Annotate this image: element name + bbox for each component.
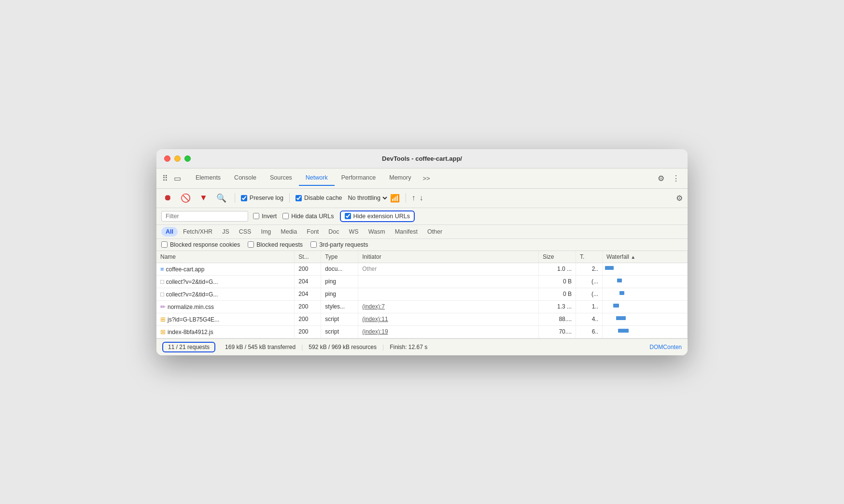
invert-checkbox[interactable] [253, 213, 259, 219]
type-filter-all[interactable]: All [161, 227, 178, 237]
tab-performance[interactable]: Performance [335, 170, 383, 186]
blocked-filter-row: Blocked response cookies Blocked request… [156, 239, 688, 251]
table-row[interactable]: ✏normalize.min.css200styles...(index):71… [156, 300, 688, 313]
type-filter-media[interactable]: Media [276, 227, 301, 237]
col-header-name[interactable]: Name [156, 251, 295, 263]
titlebar: DevTools - coffee-cart.app/ [156, 149, 688, 168]
type-filter-fetch[interactable]: Fetch/XHR [179, 227, 217, 237]
more-tabs-button[interactable]: >> [419, 171, 434, 186]
close-button[interactable] [164, 155, 170, 162]
cell-type: ping [321, 275, 358, 288]
table-row[interactable]: ≡coffee-cart.app200docu...Other1.0 ...2.… [156, 263, 688, 275]
tab-console[interactable]: Console [227, 170, 263, 186]
record-button[interactable]: ⏺ [161, 192, 174, 204]
network-table: Name St... Type Initiator Size T. Waterf… [156, 251, 688, 338]
cell-name: ≡coffee-cart.app [156, 263, 295, 275]
filter-button[interactable]: ▼ [197, 192, 210, 204]
cell-type: ping [321, 288, 358, 300]
type-filter-manifest[interactable]: Manifest [391, 227, 422, 237]
third-party-checkbox[interactable] [310, 241, 317, 248]
col-header-size[interactable]: Size [539, 251, 576, 263]
minimize-button[interactable] [174, 155, 181, 162]
cell-initiator[interactable]: (index):19 [358, 325, 539, 338]
cell-size: 1.3 ... [539, 300, 576, 313]
statusbar: 11 / 21 requests 169 kB / 545 kB transfe… [156, 338, 688, 355]
table-row[interactable]: ⊞js?id=G-LB75G4E...200script(index):1188… [156, 313, 688, 325]
preserve-log-checkbox[interactable] [241, 195, 247, 201]
blocked-requests-checkbox[interactable] [248, 241, 254, 248]
hide-data-urls-group[interactable]: Hide data URLs [282, 213, 334, 220]
disable-cache-checkbox[interactable] [295, 195, 302, 201]
cell-status: 200 [295, 300, 321, 313]
type-filter-img[interactable]: Img [256, 227, 275, 237]
requests-count: 11 / 21 requests [162, 342, 215, 352]
cell-type: script [321, 313, 358, 325]
window-title: DevTools - coffee-cart.app/ [382, 155, 462, 162]
cell-waterfall [603, 300, 688, 313]
separator-3 [406, 193, 406, 203]
cell-size: 88.... [539, 313, 576, 325]
network-toolbar: ⏺ 🚫 ▼ 🔍 Preserve log Disable cache No th… [156, 189, 688, 208]
network-table-wrapper: Name St... Type Initiator Size T. Waterf… [156, 251, 688, 338]
col-header-waterfall[interactable]: Waterfall ▲ [603, 251, 688, 263]
type-filter-other[interactable]: Other [423, 227, 447, 237]
resources-stat: 592 kB / 969 kB resources [309, 344, 377, 350]
table-row[interactable]: □collect?v=2&tid=G...204ping0 B(... [156, 288, 688, 300]
hide-extension-urls-label: Hide extension URLs [353, 213, 410, 220]
table-header-row: Name St... Type Initiator Size T. Waterf… [156, 251, 688, 263]
hide-extension-urls-group[interactable]: Hide extension URLs [340, 210, 415, 222]
filter-input[interactable] [161, 211, 248, 222]
disable-cache-label: Disable cache [304, 195, 342, 201]
cell-waterfall [603, 288, 688, 300]
type-filter-ws[interactable]: WS [345, 227, 363, 237]
disable-cache-group[interactable]: Disable cache [295, 195, 342, 201]
cell-initiator[interactable]: (index):7 [358, 300, 539, 313]
import-icon[interactable]: ↑ [412, 194, 416, 202]
blocked-cookies-checkbox[interactable] [161, 241, 168, 248]
hide-extension-urls-checkbox[interactable] [345, 213, 351, 219]
type-filter-row: All Fetch/XHR JS CSS Img Media Font Doc … [156, 225, 688, 239]
third-party-group[interactable]: 3rd-party requests [310, 241, 368, 248]
cell-size: 0 B [539, 288, 576, 300]
table-row[interactable]: ⊞index-8bfa4912.js200script(index):1970.… [156, 325, 688, 338]
hide-data-urls-label: Hide data URLs [291, 213, 334, 220]
cell-initiator [358, 288, 539, 300]
throttle-select[interactable]: No throttling Fast 3G Slow 3G [346, 194, 389, 202]
blocked-cookies-group[interactable]: Blocked response cookies [161, 241, 240, 248]
tab-memory[interactable]: Memory [382, 170, 418, 186]
tabbar: ⠿ ▭ Elements Console Sources Network Per… [156, 168, 688, 189]
devtools-icons: ⠿ ▭ [160, 172, 183, 185]
col-header-initiator[interactable]: Initiator [358, 251, 539, 263]
tab-elements[interactable]: Elements [189, 170, 227, 186]
cell-waterfall [603, 263, 688, 275]
type-filter-doc[interactable]: Doc [324, 227, 343, 237]
invert-group[interactable]: Invert [253, 213, 277, 220]
settings-icon[interactable]: ⚙ [654, 172, 668, 185]
hide-data-urls-checkbox[interactable] [282, 213, 289, 219]
cell-initiator[interactable]: (index):11 [358, 313, 539, 325]
more-options-icon[interactable]: ⋮ [668, 172, 684, 185]
clear-button[interactable]: 🚫 [178, 192, 193, 205]
cell-initiator: Other [358, 263, 539, 275]
blocked-requests-group[interactable]: Blocked requests [248, 241, 303, 248]
type-filter-wasm[interactable]: Wasm [364, 227, 390, 237]
col-header-type[interactable]: Type [321, 251, 358, 263]
network-settings-icon[interactable]: ⚙ [676, 194, 683, 203]
inspect-icon[interactable]: ⠿ [160, 172, 170, 185]
col-header-status[interactable]: St... [295, 251, 321, 263]
type-filter-font[interactable]: Font [302, 227, 323, 237]
finish-stat: Finish: 12.67 s [390, 344, 427, 350]
device-toolbar-icon[interactable]: ▭ [172, 172, 183, 185]
cell-time: 2.. [576, 263, 603, 275]
export-icon[interactable]: ↓ [420, 194, 423, 202]
cell-status: 200 [295, 325, 321, 338]
table-row[interactable]: □collect?v=2&tid=G...204ping0 B(... [156, 275, 688, 288]
search-button[interactable]: 🔍 [214, 192, 229, 205]
preserve-log-group[interactable]: Preserve log [241, 195, 283, 201]
col-header-time[interactable]: T. [576, 251, 603, 263]
tab-sources[interactable]: Sources [263, 170, 299, 186]
maximize-button[interactable] [184, 155, 191, 162]
tab-network[interactable]: Network [299, 170, 335, 186]
type-filter-css[interactable]: CSS [235, 227, 256, 237]
type-filter-js[interactable]: JS [218, 227, 234, 237]
